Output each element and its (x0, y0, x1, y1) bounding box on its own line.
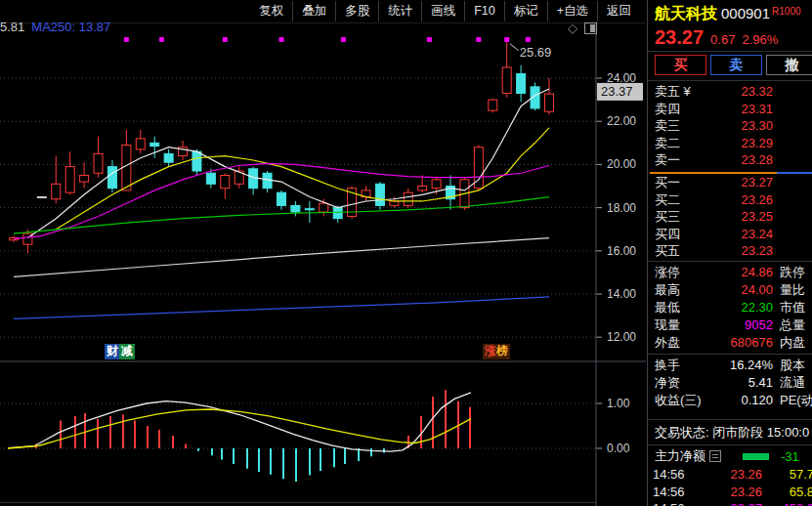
toolbar-button-F10[interactable]: F10 (464, 1, 504, 21)
toolbar-button-返回[interactable]: 返回 (597, 1, 640, 21)
ask-label: 卖一 (655, 151, 702, 169)
stat-row: 收益(三)0.120PE(动) (648, 392, 812, 409)
peak-annotation: 25.69 (510, 44, 552, 60)
macd-axis-label: 0.00 (607, 442, 630, 455)
stat-label: 最低 (655, 299, 705, 316)
stat-row: 换手16.24%股本 (648, 357, 812, 374)
stat-label: 外盘 (655, 334, 705, 352)
bid-row[interactable]: 买三23.25 (648, 208, 812, 226)
ask-row[interactable]: 卖三23.30 (648, 117, 812, 135)
sell-button[interactable]: 卖 (710, 55, 762, 75)
toolbar-button-+自选[interactable]: +自选 (547, 1, 597, 21)
bid-label: 买四 (655, 226, 702, 243)
stat-value: 24.86 (705, 264, 773, 281)
ask-price: 23.31 (702, 101, 773, 118)
tick-price: 23.26 (696, 484, 762, 501)
stat-value: 9052 (705, 316, 773, 334)
toolbar-button-统计[interactable]: 统计 (378, 1, 421, 21)
stat-label-2: 量比 (773, 281, 812, 299)
toolbar-button-画线[interactable]: 画线 (421, 1, 464, 21)
current-price-tag: 23.37 (597, 83, 643, 101)
toolbar-button-标记[interactable]: 标记 (504, 1, 547, 21)
bid-queue: 买一23.27买二23.26买三23.25买四23.24买五23.23 (648, 174, 812, 260)
ma-line-MA-fast (27, 89, 549, 237)
price-row: 23.270.672.96% (655, 26, 778, 49)
ask-row[interactable]: 卖四23.31 (648, 101, 812, 118)
stat-value: 680676 (705, 334, 773, 352)
cancel-order-button[interactable]: 撤 (766, 55, 812, 75)
toolbar-button-多股[interactable]: 多股 (335, 1, 378, 21)
tick-row: 14:5623.2665.8 (648, 484, 812, 501)
price-change-pct: 2.96% (742, 32, 778, 47)
stat-label: 现量 (655, 316, 705, 334)
stat-row: 涨停24.86跌停 (648, 264, 812, 281)
main-flow-label: 主力净额 (655, 447, 705, 465)
trade-buttons: 买 卖 撤 (655, 55, 812, 75)
buy-button[interactable]: 买 (655, 55, 706, 75)
ask-label: 卖四 (655, 101, 702, 118)
last-price: 23.27 (655, 26, 704, 48)
stat-label-2: 市值 (773, 299, 812, 316)
stat-label-2: 股本 (773, 357, 812, 374)
ask-row[interactable]: 卖五 ¥23.32 (648, 83, 812, 101)
kline-chart[interactable]: 24.0022.0020.0018.0016.0014.0012.0025.69… (0, 0, 646, 506)
detail-list-icon[interactable] (709, 450, 721, 462)
bid-row[interactable]: 买五23.23 (648, 242, 812, 260)
price-axis-label: 14.00 (607, 287, 636, 301)
main-grid: 24.0022.0020.0018.0016.0014.0012.00 (0, 71, 636, 344)
stat-label: 换手 (655, 357, 705, 374)
bid-price: 23.26 (702, 191, 773, 209)
bid-price: 23.27 (702, 174, 773, 191)
chart-badge-财[interactable]: 财 (105, 344, 120, 359)
stat-label: 最高 (655, 281, 705, 299)
ma-line-MA250 (14, 297, 549, 319)
ask-label: 卖五 ¥ (655, 83, 702, 101)
price-axis-label: 18.00 (607, 201, 636, 215)
ask-price: 23.29 (702, 135, 773, 152)
price-axis-label: 20.00 (607, 157, 636, 171)
bid-row[interactable]: 买四23.24 (648, 226, 812, 243)
ask-row[interactable]: 卖一23.28 (648, 151, 812, 169)
ask-price: 23.28 (702, 151, 773, 169)
chart-badge-涨榜[interactable]: 涨榜 (483, 344, 510, 359)
ask-price: 23.30 (702, 117, 773, 135)
ma-line-MA-120 (14, 238, 549, 277)
stats-block-2: 换手16.24%股本净资5.41流通收益(三)0.120PE(动) (648, 357, 812, 409)
tick-time: 14:56 (653, 466, 696, 484)
stat-row: 最低22.30市值 (648, 299, 812, 316)
trade-status: 交易状态: 闭市阶段 15:00:0 (655, 424, 809, 442)
stat-value: 24.00 (705, 281, 773, 299)
stock-app-window: 24.0022.0020.0018.0016.0014.0012.0025.69… (0, 0, 812, 506)
side-panel-toggle-icon[interactable] (584, 22, 597, 34)
macd-panel[interactable]: 1.000.00 (0, 390, 630, 482)
stat-value: 16.24% (705, 357, 773, 374)
ma250-label: MA250: 13.87 (31, 20, 110, 34)
toolbar-button-叠加[interactable]: 叠加 (292, 1, 335, 21)
toolbar-button-复权[interactable]: 复权 (250, 1, 292, 21)
bid-row[interactable]: 买二23.26 (648, 191, 812, 209)
main-capital-flow-row: 主力净额 -31 (655, 447, 812, 465)
divider (648, 80, 812, 81)
diamond-icon[interactable]: ◇ (568, 21, 577, 34)
stat-value: 0.120 (705, 392, 773, 409)
ask-label: 卖二 (655, 135, 702, 152)
stat-label-2: 跌停 (773, 264, 812, 281)
bid-row[interactable]: 买一23.27 (648, 174, 812, 191)
stock-code: 000901 (721, 5, 770, 21)
bid-label: 买五 (655, 242, 702, 260)
bid-price: 23.23 (702, 242, 773, 260)
stock-name: 航天科技 (655, 5, 717, 21)
tick-price: 23.27 (696, 500, 762, 506)
chart-corner-icons: ◇ (568, 21, 597, 34)
tick-time: 14:56 (653, 500, 696, 506)
divider (648, 261, 812, 262)
event-dot-markers (124, 37, 531, 42)
stat-label-2: 流通 (773, 374, 812, 392)
tick-vol: 57.7 (762, 466, 812, 484)
ask-row[interactable]: 卖二23.29 (648, 135, 812, 152)
ma-indicator-labels: 5.81MA250: 13.87 (0, 20, 110, 34)
stat-label-2: 总量 (773, 316, 812, 334)
stat-row: 外盘680676内盘 (648, 334, 812, 352)
chart-badge-减[interactable]: 减 (119, 344, 135, 359)
stat-label-2: 内盘 (773, 334, 812, 352)
